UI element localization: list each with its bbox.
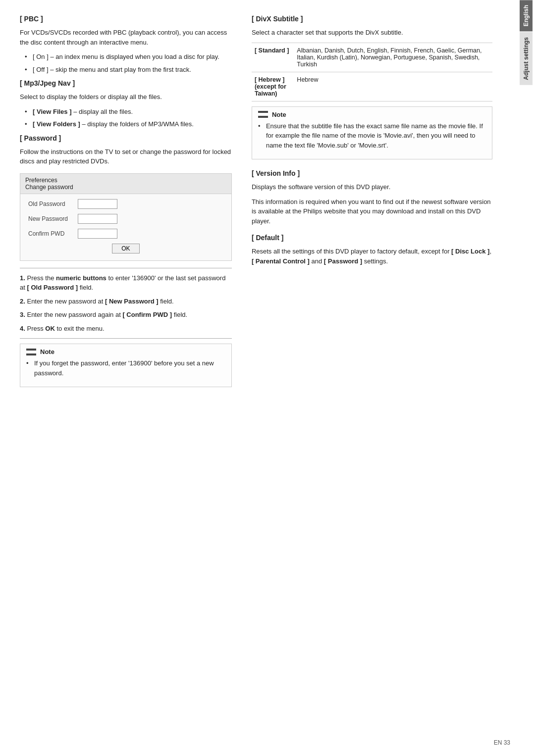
divx-intro: Select a character set that supports the… <box>252 28 492 38</box>
password-note-title: Note <box>40 348 54 355</box>
mp3jpeg-bullet-2: [ View Folders ] – display the folders o… <box>25 119 232 129</box>
divx-note-box: Note Ensure that the subtitle file has t… <box>252 106 492 160</box>
dialog-body: Old Password New Password Confirm PWD <box>20 194 231 260</box>
pbc-bullets: [ On ] – an index menu is displayed when… <box>25 52 232 74</box>
version-info-para-1: Displays the software version of this DV… <box>252 182 492 192</box>
pbc-heading: [ PBC ] <box>20 15 232 23</box>
pbc-intro: For VCDs/SVCDs recorded with PBC (playba… <box>20 28 232 47</box>
mp3jpeg-bullet-1: [ View Files ] – display all the files. <box>25 107 232 117</box>
password-intro: Follow the instructions on the TV to set… <box>20 147 232 166</box>
new-password-input[interactable] <box>78 214 117 224</box>
step-2-number: 2. <box>20 298 25 305</box>
divx-hebrew-value: Hebrew <box>294 72 492 101</box>
divx-row-hebrew: [ Hebrew ](except forTaiwan) Hebrew <box>252 72 492 101</box>
new-password-label: New Password <box>28 215 78 222</box>
dialog-ok-row: OK <box>28 244 223 253</box>
pbc-bullet-2: [ Off ] – skip the menu and start play f… <box>25 65 232 75</box>
step-1-number: 1. <box>20 274 25 282</box>
right-column: [ DivX Subtitle ] Select a character set… <box>247 15 492 741</box>
left-column: [ PBC ] For VCDs/SVCDs recorded with PBC… <box>20 15 247 741</box>
password-heading: [ Password ] <box>20 134 232 142</box>
divx-hebrew-label: [ Hebrew ](except forTaiwan) <box>252 72 294 101</box>
mp3jpeg-heading: [ Mp3/Jpeg Nav ] <box>20 79 232 87</box>
dialog-header: Preferences Change password <box>20 174 231 194</box>
version-info-para-2: This information is required when you wa… <box>252 197 492 226</box>
password-note-bullet-1: If you forget the password, enter '13690… <box>26 358 225 378</box>
divx-note-title: Note <box>272 111 286 118</box>
divx-standard-label: [ Standard ] <box>252 43 294 72</box>
password-section: [ Password ] Follow the instructions on … <box>20 134 232 261</box>
ok-button[interactable]: OK <box>112 244 139 253</box>
old-password-input[interactable] <box>78 199 117 209</box>
mp3jpeg-intro: Select to display the folders or display… <box>20 92 232 102</box>
divx-note-bullets: Ensure that the subtitle file has the ex… <box>258 121 486 151</box>
divx-table: [ Standard ] Albanian, Danish, Dutch, En… <box>252 43 492 101</box>
confirm-pwd-input[interactable] <box>78 229 117 239</box>
step-1: 1. Press the numeric buttons to enter '1… <box>20 273 232 293</box>
side-tab-english: English <box>520 0 533 31</box>
password-steps: 1. Press the numeric buttons to enter '1… <box>20 273 232 334</box>
note-divider <box>20 338 232 339</box>
content-area: [ PBC ] For VCDs/SVCDs recorded with PBC… <box>0 0 517 756</box>
password-note-bullets: If you forget the password, enter '13690… <box>26 358 225 378</box>
steps-divider <box>20 268 232 268</box>
password-note-box: Note If you forget the password, enter '… <box>20 344 232 387</box>
default-para-1: Resets all the settings of this DVD play… <box>252 247 492 266</box>
default-section: [ Default ] Resets all the settings of t… <box>252 234 492 266</box>
divx-note-bullet-1: Ensure that the subtitle file has the ex… <box>258 121 486 151</box>
step-4-number: 4. <box>20 325 25 332</box>
step-2: 2. Enter the new password at [ New Passw… <box>20 297 232 306</box>
old-password-row: Old Password <box>28 199 223 209</box>
note-icon <box>26 349 36 355</box>
step-4: 4. Press OK to exit the menu. <box>20 324 232 334</box>
side-tabs: English Adjust settings <box>517 0 535 756</box>
pbc-section: [ PBC ] For VCDs/SVCDs recorded with PBC… <box>20 15 232 74</box>
version-info-heading: [ Version Info ] <box>252 169 492 177</box>
mp3jpeg-section: [ Mp3/Jpeg Nav ] Select to display the f… <box>20 79 232 129</box>
divx-note-icon <box>258 111 268 118</box>
password-note-header: Note <box>26 348 225 355</box>
step-3: 3. Enter the new password again at [ Con… <box>20 310 232 320</box>
divx-heading: [ DivX Subtitle ] <box>252 15 492 23</box>
divx-note-header: Note <box>258 111 486 118</box>
divx-standard-value: Albanian, Danish, Dutch, English, Finnis… <box>294 43 492 72</box>
default-heading: [ Default ] <box>252 234 492 242</box>
confirm-pwd-row: Confirm PWD <box>28 229 223 239</box>
pbc-bullet-1: [ On ] – an index menu is displayed when… <box>25 52 232 62</box>
dialog-header-line2: Change password <box>25 184 226 191</box>
confirm-pwd-label: Confirm PWD <box>28 230 78 237</box>
dialog-header-line1: Preferences <box>25 177 226 184</box>
password-dialog: Preferences Change password Old Password… <box>20 173 232 261</box>
old-password-label: Old Password <box>28 201 78 207</box>
mp3jpeg-bullets: [ View Files ] – display all the files. … <box>25 107 232 129</box>
divx-section: [ DivX Subtitle ] Select a character set… <box>252 15 492 101</box>
divx-row-standard: [ Standard ] Albanian, Danish, Dutch, En… <box>252 43 492 72</box>
version-info-section: [ Version Info ] Displays the software v… <box>252 169 492 226</box>
side-tab-adjust-settings: Adjust settings <box>520 32 533 85</box>
new-password-row: New Password <box>28 214 223 224</box>
page-number: EN 33 <box>494 739 510 746</box>
step-3-number: 3. <box>20 311 25 318</box>
